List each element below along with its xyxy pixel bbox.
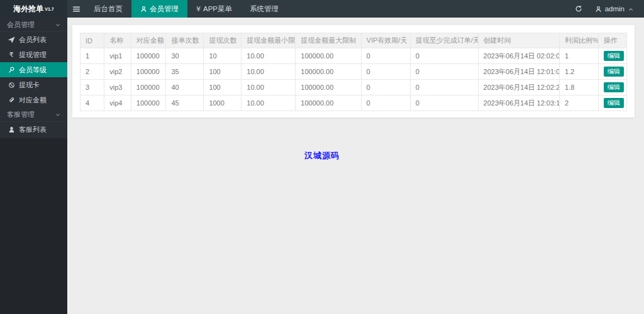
table-cell: 45: [166, 95, 204, 111]
topbar: 海外抢单V1.7 后台首页会员管理¥APP菜单系统管理 admin: [0, 0, 644, 18]
chevron-down-icon: [55, 21, 61, 28]
table-cell: 100: [204, 64, 242, 80]
table-cell: 100: [204, 80, 242, 95]
actions-cell: 编辑: [598, 80, 626, 95]
refresh-icon[interactable]: [575, 5, 582, 13]
actions-cell: 编辑: [598, 95, 626, 111]
sidebar-item-member-list[interactable]: 会员列表: [0, 32, 67, 47]
edit-button[interactable]: 编辑: [604, 51, 624, 61]
sidebar-item-service-list[interactable]: 客服列表: [0, 122, 67, 137]
nav-item-label: APP菜单: [203, 4, 232, 14]
column-header: VIP有效期/天: [361, 33, 410, 48]
sidebar-item-withdraw-manage[interactable]: ₹提现管理: [0, 47, 67, 62]
column-header: ID: [80, 33, 104, 48]
table-row: 2vip21000003510010.00100000.00002023年06月…: [80, 64, 627, 80]
sidebar-item-amount-map[interactable]: 对应金额: [0, 92, 67, 107]
table-cell: 1: [560, 48, 599, 64]
sidebar-section-service-manage[interactable]: 客服管理: [0, 107, 67, 122]
table-cell: 0: [361, 80, 410, 95]
table-cell: 10.00: [242, 64, 296, 80]
actions-cell: 编辑: [598, 48, 626, 64]
chevron-down-icon: [55, 111, 61, 118]
table-cell: 0: [410, 48, 478, 64]
user-icon: [140, 6, 147, 13]
table-cell: 100000.00: [296, 95, 361, 111]
sidebar-section-member-manage[interactable]: 会员管理: [0, 18, 67, 32]
nav-item-home[interactable]: 后台首页: [85, 0, 131, 18]
table-row: 1vip1100000301010.00100000.00002023年06月1…: [80, 48, 627, 64]
table-cell: 0: [410, 64, 478, 80]
table-cell: vip3: [104, 80, 131, 95]
edit-button[interactable]: 编辑: [604, 82, 624, 92]
rupee-icon: ₹: [8, 51, 15, 58]
main-content: ID名称对应金额接单次数提现次数提现金额最小限制提现金额最大限制VIP有效期/天…: [67, 18, 644, 314]
table-cell: 100000: [131, 48, 166, 64]
sidebar-section-label: 会员管理: [7, 20, 35, 30]
table-cell: 100000: [131, 64, 166, 80]
table-cell: 0: [361, 95, 410, 111]
table-card: ID名称对应金额接单次数提现次数提现金额最小限制提现金额最大限制VIP有效期/天…: [72, 25, 635, 117]
nav-item-members[interactable]: 会员管理: [131, 0, 187, 18]
table-row: 3vip31000004010010.00100000.00002023年06月…: [80, 80, 627, 95]
app-title: 海外抢单: [13, 4, 43, 14]
admin-dropdown[interactable]: admin: [595, 5, 634, 13]
paperclip-icon: [8, 97, 15, 104]
table-cell: 100000: [131, 80, 166, 95]
table-cell: 10.00: [242, 80, 296, 95]
sidebar-item-label: 会员等级: [19, 65, 47, 75]
column-header: 创建时间: [478, 33, 559, 48]
topbar-right: admin: [575, 0, 644, 18]
column-header: 接单次数: [166, 33, 204, 48]
sidebar-section-label: 客服管理: [7, 110, 35, 119]
table-cell: 0: [361, 64, 410, 80]
edit-button[interactable]: 编辑: [604, 67, 624, 77]
hamburger-icon[interactable]: [67, 0, 85, 18]
table-cell: 30: [166, 48, 204, 64]
column-header: 提现金额最小限制: [242, 33, 296, 48]
table-cell: 2: [80, 64, 104, 80]
table-cell: 3: [80, 80, 104, 95]
table-cell: 100000.00: [296, 80, 361, 95]
table-cell: vip1: [104, 48, 131, 64]
nav-item-label: 会员管理: [150, 4, 179, 14]
table-cell: vip4: [104, 95, 131, 111]
sidebar-item-member-level[interactable]: 会员等级: [0, 62, 67, 77]
table-cell: 10.00: [242, 95, 296, 111]
admin-username: admin: [605, 5, 625, 13]
nav-item-label: 系统管理: [250, 4, 279, 14]
table-cell: 100000.00: [296, 64, 361, 80]
sidebar-item-withdraw-card[interactable]: 提现卡: [0, 77, 67, 92]
sidebar-item-label: 客服列表: [19, 125, 47, 134]
slashed-circle-icon: [8, 82, 15, 89]
column-header: 提现次数: [204, 33, 242, 48]
column-header: 提现金额最大限制: [296, 33, 361, 48]
column-header: 利润比例%: [560, 33, 599, 48]
table-cell: 2: [560, 95, 599, 111]
table-cell: 2023年06月14日 12:03:10: [478, 95, 559, 111]
table-body: 1vip1100000301010.00100000.00002023年06月1…: [80, 48, 627, 111]
table-cell: 2023年06月14日 12:02:27: [478, 80, 559, 95]
nav-item-system[interactable]: 系统管理: [241, 0, 287, 18]
table-cell: 40: [166, 80, 204, 95]
nav-item-app-menu[interactable]: ¥APP菜单: [187, 0, 241, 18]
sidebar-item-label: 会员列表: [19, 35, 47, 45]
top-nav: 后台首页会员管理¥APP菜单系统管理: [85, 0, 287, 18]
sidebar-item-label: 提现卡: [19, 80, 40, 90]
watermark-link[interactable]: 汉城源码: [304, 150, 340, 161]
table-cell: vip2: [104, 64, 131, 80]
table-cell: 4: [80, 95, 104, 111]
app-logo: 海外抢单V1.7: [0, 0, 67, 18]
sidebar-item-label: 提现管理: [19, 50, 47, 60]
table-cell: 100000.00: [296, 48, 361, 64]
column-header: 对应金额: [131, 33, 166, 48]
column-header: 名称: [104, 33, 131, 48]
table-cell: 0: [410, 80, 478, 95]
level-icon: [8, 67, 15, 73]
sidebar-menu: 会员管理会员列表₹提现管理会员等级提现卡对应金额客服管理客服列表: [0, 18, 67, 138]
table-cell: 1.2: [560, 64, 599, 80]
chevron-up-icon: [628, 5, 634, 13]
table-cell: 0: [361, 48, 410, 64]
table-cell: 0: [410, 95, 478, 111]
edit-button[interactable]: 编辑: [604, 98, 624, 108]
yen-icon: ¥: [196, 6, 201, 13]
